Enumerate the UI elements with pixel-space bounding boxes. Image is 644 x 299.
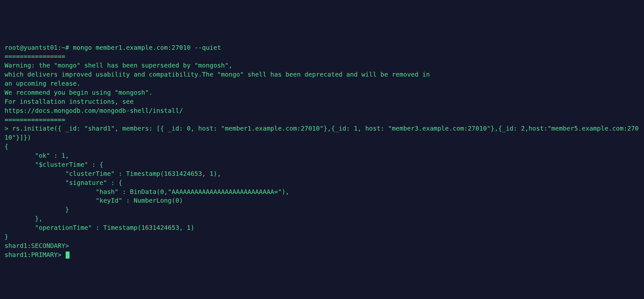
response-hash: "hash" : BinData(0,"AAAAAAAAAAAAAAAAAAAA… <box>5 188 289 196</box>
response-clustertime-open: "$clusterTime" : { <box>5 161 103 168</box>
response-ok: "ok" : 1, <box>5 152 69 159</box>
response-signature-close: } <box>5 206 69 213</box>
response-keyid: "keyId" : NumberLong(0) <box>5 197 183 204</box>
separator: ================ <box>5 116 65 123</box>
response-operationtime: "operationTime" : Timestamp(1631424653, … <box>5 224 194 231</box>
shell-prompt-line: root@yuantst01:~# mongo member1.example.… <box>5 44 221 51</box>
terminal-output[interactable]: root@yuantst01:~# mongo member1.example.… <box>5 43 639 260</box>
response-clustertime-ts: "clusterTime" : Timestamp(1631424653, 1)… <box>5 170 221 177</box>
response-brace-close: } <box>5 233 8 240</box>
mongo-command: > rs.initiate({ _id: "shard1", members: … <box>5 125 639 141</box>
warning-text: which delivers improved usability and co… <box>5 71 430 78</box>
response-clustertime-close: }, <box>5 215 42 222</box>
warning-text: For installation instructions, see <box>5 98 134 105</box>
warning-text: We recommend you begin using "mongosh". <box>5 89 153 96</box>
response-brace-open: { <box>5 143 8 150</box>
warning-text: an upcoming release. <box>5 80 81 87</box>
response-signature-open: "signature" : { <box>5 179 122 187</box>
mongo-prompt-secondary: shard1:SECONDARY> <box>5 242 69 250</box>
separator: ================ <box>5 53 65 60</box>
cursor-icon <box>66 251 70 258</box>
mongo-prompt-primary: shard1:PRIMARY> <box>5 251 65 259</box>
warning-text: Warning: the "mongo" shell has been supe… <box>5 62 232 69</box>
docs-url: https://docs.mongodb.com/mongodb-shell/i… <box>5 107 183 114</box>
